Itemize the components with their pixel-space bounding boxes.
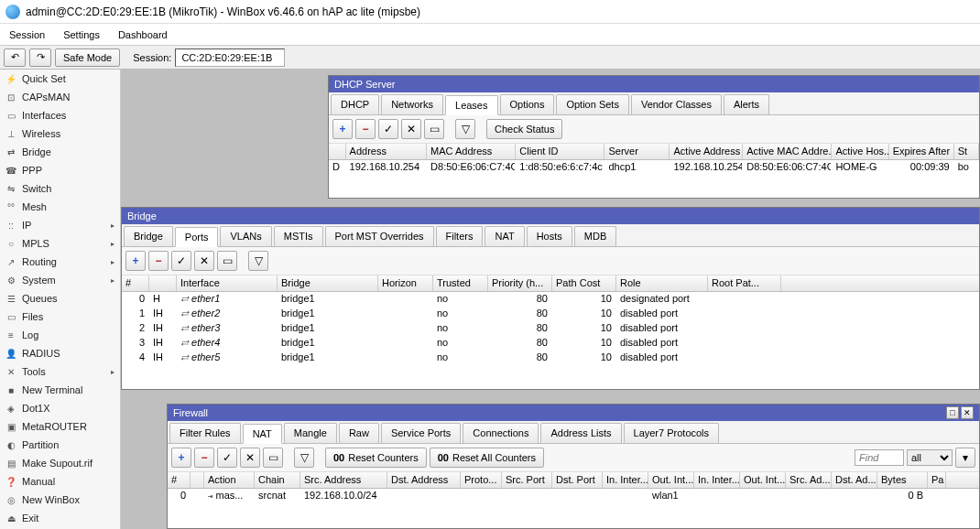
disable-button[interactable]: ✕ [194,251,214,271]
column-header[interactable]: Priority (h... [488,275,552,291]
firewall-grid[interactable]: #ActionChainSrc. AddressDst. AddressProt… [168,472,979,528]
table-row[interactable]: D192.168.10.254D8:50:E6:06:C7:4C1:d8:50:… [329,160,979,175]
tab-filters[interactable]: Filters [436,226,484,246]
add-button[interactable]: + [171,448,191,468]
tab-mangle[interactable]: Mangle [284,423,337,443]
column-header[interactable]: Role [616,275,708,291]
tab-nat[interactable]: NAT [485,226,524,246]
sidebar-item-ip[interactable]: ::IP [0,216,120,234]
sidebar-item-capsman[interactable]: ⊡CAPsMAN [0,88,120,106]
sidebar-item-tools[interactable]: ✕Tools [0,362,120,381]
column-header[interactable]: In. Inter... [603,472,648,488]
disable-button[interactable]: ✕ [240,448,260,468]
column-header[interactable] [329,144,346,159]
safe-mode-button[interactable]: Safe Mode [55,49,120,67]
column-header[interactable]: Dst. Ad... [832,472,877,488]
bridge-grid[interactable]: #InterfaceBridgeHorizonTrustedPriority (… [122,275,979,389]
sidebar-item-ppp[interactable]: ☎PPP [0,161,120,179]
column-header[interactable]: Address [346,144,427,159]
tab-filter-rules[interactable]: Filter Rules [169,423,241,443]
reset-counters-button[interactable]: 00Reset Counters [325,448,427,468]
tab-connections[interactable]: Connections [463,423,539,443]
table-row[interactable]: 0⇥ mas...srcnat192.168.10.0/24wlan10 B [168,489,979,503]
tab-alerts[interactable]: Alerts [724,94,769,114]
sidebar-item-files[interactable]: ▭Files [0,308,120,326]
sidebar-item-dot1x[interactable]: ◈Dot1X [0,399,120,417]
disable-button[interactable]: ✕ [401,119,421,139]
redo-button[interactable]: ↷ [29,49,51,67]
column-header[interactable] [191,472,204,488]
column-header[interactable]: St [954,144,979,159]
column-header[interactable]: # [168,472,191,488]
filter-scope-select[interactable]: all [907,449,953,466]
tab-dhcp[interactable]: DHCP [331,94,379,114]
sidebar-item-exit[interactable]: ⏏Exit [0,509,120,527]
table-row[interactable]: 3IH⮂ ether4bridge1no8010disabled port [122,336,979,351]
tab-bridge[interactable]: Bridge [124,226,173,246]
sidebar-item-metarouter[interactable]: ▣MetaROUTER [0,417,120,436]
column-header[interactable]: Horizon [378,275,433,291]
column-header[interactable]: Root Pat... [708,275,781,291]
tab-layer7-protocols[interactable]: Layer7 Protocols [624,423,720,443]
column-header[interactable]: Pa [928,472,946,488]
tab-ports[interactable]: Ports [175,227,219,247]
enable-button[interactable]: ✓ [378,119,398,139]
filter-dropdown-icon[interactable]: ▾ [955,448,975,468]
filter-button[interactable]: ▽ [455,119,475,139]
column-header[interactable]: Dst. Port [552,472,603,488]
menu-settings[interactable]: Settings [54,26,109,44]
tab-option-sets[interactable]: Option Sets [556,94,628,114]
undo-button[interactable]: ↶ [4,49,26,67]
dhcp-title[interactable]: DHCP Server [329,76,979,92]
tab-raw[interactable]: Raw [339,423,379,443]
table-row[interactable]: 4IH⮂ ether5bridge1no8010disabled port [122,351,979,365]
tab-service-ports[interactable]: Service Ports [381,423,461,443]
tab-networks[interactable]: Networks [381,94,443,114]
column-header[interactable]: Src. Ad... [786,472,832,488]
add-button[interactable]: + [332,119,353,139]
firewall-title[interactable]: Firewall □ ✕ [168,405,979,421]
tab-mstis[interactable]: MSTIs [274,226,323,246]
tab-leases[interactable]: Leases [445,95,497,115]
column-header[interactable]: Proto... [461,472,502,488]
sidebar-item-switch[interactable]: ⇋Switch [0,179,120,198]
tab-address-lists[interactable]: Address Lists [540,423,621,443]
column-header[interactable]: In. Inter... [694,472,740,488]
window-close-icon[interactable]: ✕ [961,406,974,419]
sidebar-item-quick-set[interactable]: ⚡Quick Set [0,70,120,88]
table-row[interactable]: 1IH⮂ ether2bridge1no8010disabled port [122,307,979,321]
sidebar-item-new-terminal[interactable]: ■New Terminal [0,381,120,399]
sidebar-item-manual[interactable]: ❓Manual [0,472,120,491]
column-header[interactable]: Active Address [670,144,743,159]
column-header[interactable]: Bridge [278,275,378,291]
sidebar-item-queues[interactable]: ☰Queues [0,289,120,308]
sidebar-item-interfaces[interactable]: ▭Interfaces [0,106,120,124]
window-reveal-icon[interactable]: □ [946,406,959,419]
column-header[interactable]: # [122,275,149,291]
remove-button[interactable]: − [194,448,214,468]
column-header[interactable]: Src. Address [300,472,387,488]
add-button[interactable]: + [125,251,146,271]
table-row[interactable]: 2IH⮂ ether3bridge1no8010disabled port [122,321,979,336]
column-header[interactable]: Out. Int... [740,472,786,488]
sidebar-item-mesh[interactable]: °°Mesh [0,198,120,216]
tab-mdb[interactable]: MDB [574,226,616,246]
column-header[interactable]: Chain [255,472,300,488]
column-header[interactable] [149,275,177,291]
sidebar-item-routing[interactable]: ↗Routing [0,253,120,271]
find-input[interactable] [855,449,904,466]
column-header[interactable]: Action [204,472,255,488]
comment-button[interactable]: ▭ [217,251,237,271]
menu-session[interactable]: Session [0,26,54,44]
reset-all-counters-button[interactable]: 00Reset All Counters [430,448,544,468]
sidebar-item-bridge[interactable]: ⇄Bridge [0,143,120,161]
check-status-button[interactable]: Check Status [486,119,562,139]
tab-nat[interactable]: NAT [243,424,282,444]
sidebar-item-system[interactable]: ⚙System [0,271,120,289]
comment-button[interactable]: ▭ [263,448,283,468]
sidebar-item-wireless[interactable]: ⊥Wireless [0,124,120,143]
tab-port-mst-overrides[interactable]: Port MST Overrides [325,226,434,246]
remove-button[interactable]: − [148,251,169,271]
sidebar-item-new-winbox[interactable]: ◎New WinBox [0,491,120,509]
column-header[interactable]: Active MAC Addre... [743,144,832,159]
